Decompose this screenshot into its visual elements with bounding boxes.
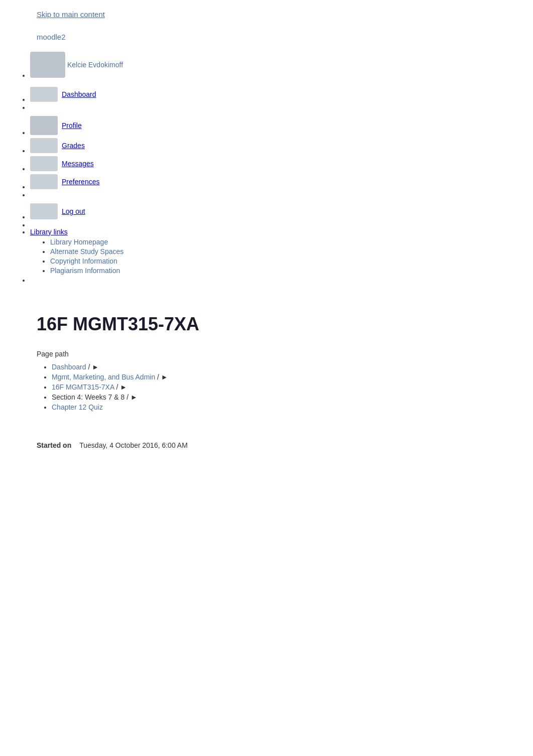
breadcrumb-arrow-3: / ► xyxy=(116,383,127,391)
preferences-link[interactable]: Preferences xyxy=(62,178,99,186)
skip-to-main-link[interactable]: Skip to main content xyxy=(0,0,533,29)
nav-item-dashboard: Dashboard xyxy=(30,85,513,103)
grades-icon xyxy=(30,138,58,153)
preferences-icon xyxy=(30,174,58,189)
main-navigation: Kelcie Evdokimoff Dashboard Profile xyxy=(0,50,533,283)
nav-item-alternate-study: Alternate Study Spaces xyxy=(50,247,513,256)
nav-item-preferences: Preferences xyxy=(30,173,513,191)
nav-item-copyright: Copyright Information xyxy=(50,257,513,265)
nav-item-profile: Profile xyxy=(30,114,513,137)
logout-link[interactable]: Log out xyxy=(62,207,85,215)
breadcrumb-list: Dashboard / ► Mgmt, Marketing, and Bus A… xyxy=(37,363,496,411)
breadcrumb-item-course: 16F MGMT315-7XA / ► xyxy=(52,383,496,391)
library-links-link[interactable]: Library links xyxy=(30,228,68,236)
breadcrumb-item-mgmt: Mgmt, Marketing, and Bus Admin / ► xyxy=(52,373,496,381)
breadcrumb-dashboard-link[interactable]: Dashboard xyxy=(52,363,86,371)
user-name-link[interactable]: Kelcie Evdokimoff xyxy=(67,61,123,69)
course-title: 16F MGMT315-7XA xyxy=(37,313,496,335)
breadcrumb-item-dashboard: Dashboard / ► xyxy=(52,363,496,371)
breadcrumb-quiz-link[interactable]: Chapter 12 Quiz xyxy=(52,403,103,411)
logout-icon xyxy=(30,203,58,219)
nav-item-grades: Grades xyxy=(30,137,513,155)
separator-2 xyxy=(20,110,513,114)
nav-item-user: Kelcie Evdokimoff xyxy=(30,50,513,79)
breadcrumb-section-text: Section 4: Weeks 7 & 8 xyxy=(52,393,124,401)
separator-1 xyxy=(20,81,513,85)
plagiarism-link[interactable]: Plagiarism Information xyxy=(50,267,120,275)
site-name-link[interactable]: moodle2 xyxy=(37,33,66,41)
copyright-link[interactable]: Copyright Information xyxy=(50,257,117,265)
nav-item-messages: Messages xyxy=(30,155,513,173)
nav-item-library-homepage: Library Homepage xyxy=(50,238,513,246)
started-on-label: Started on xyxy=(37,441,71,449)
profile-icon xyxy=(30,116,58,135)
breadcrumb-mgmt-link[interactable]: Mgmt, Marketing, and Bus Admin xyxy=(52,373,155,381)
breadcrumb-course-link[interactable]: 16F MGMT315-7XA xyxy=(52,383,114,391)
library-homepage-link[interactable]: Library Homepage xyxy=(50,238,108,246)
breadcrumb-item-quiz: Chapter 12 Quiz xyxy=(52,403,496,411)
main-content: 16F MGMT315-7XA Page path Dashboard / ► … xyxy=(0,283,533,469)
breadcrumb-arrow-2: / ► xyxy=(157,373,168,381)
breadcrumb-arrow-1: / ► xyxy=(88,363,99,371)
site-brand: moodle2 xyxy=(0,29,533,45)
grades-link[interactable]: Grades xyxy=(62,142,85,150)
profile-link[interactable]: Profile xyxy=(62,121,82,130)
breadcrumb-arrow-4: / ► xyxy=(126,393,138,401)
messages-icon xyxy=(30,156,58,171)
dashboard-link[interactable]: Dashboard xyxy=(62,90,96,98)
breadcrumb-item-section: Section 4: Weeks 7 & 8 / ► xyxy=(52,393,496,401)
started-on-section: Started on Tuesday, 4 October 2016, 6:00… xyxy=(37,441,496,449)
page-path-label: Page path xyxy=(37,350,496,358)
nav-item-plagiarism: Plagiarism Information xyxy=(50,267,513,275)
user-avatar xyxy=(30,52,65,78)
nav-empty-1 xyxy=(30,103,513,110)
nav-empty-3 xyxy=(30,221,513,228)
nav-empty-4 xyxy=(30,276,513,283)
nav-empty-2 xyxy=(30,191,513,198)
started-on-value: Tuesday, 4 October 2016, 6:00 AM xyxy=(79,441,188,449)
nav-item-library: Library links Library Homepage Alternate… xyxy=(30,228,513,275)
alternate-study-link[interactable]: Alternate Study Spaces xyxy=(50,247,123,256)
nav-item-logout: Log out xyxy=(30,202,513,221)
dashboard-icon xyxy=(30,87,58,102)
messages-link[interactable]: Messages xyxy=(62,160,94,168)
separator-3 xyxy=(20,198,513,202)
